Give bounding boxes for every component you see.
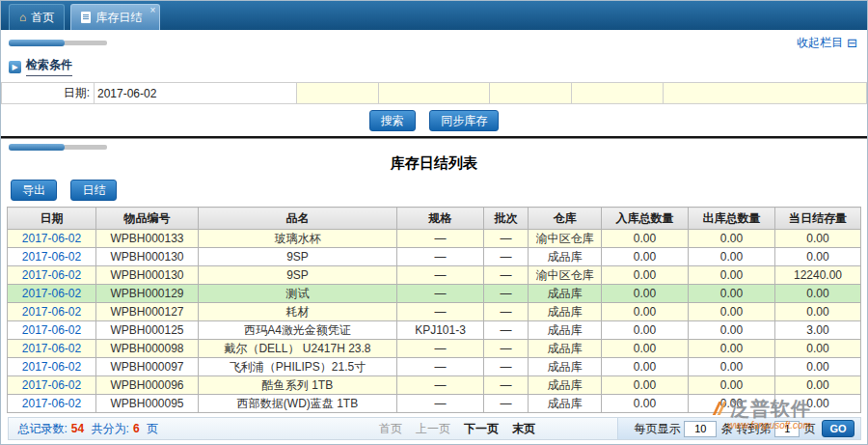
- date-link[interactable]: 2017-06-02: [22, 268, 81, 282]
- daily-settle-button[interactable]: 日结: [70, 180, 117, 201]
- table-cell: —: [397, 303, 484, 321]
- total-pages-value: 6: [133, 422, 140, 435]
- table-cell: WPBH000098: [96, 340, 199, 358]
- goto-page-input[interactable]: [774, 421, 800, 437]
- column-header: 品名: [199, 208, 397, 230]
- table-row: 2017-06-02WPBH000127耗材——成品库0.000.000.00: [8, 303, 861, 321]
- search-actions: 搜索 同步库存: [1, 104, 867, 136]
- date-link[interactable]: 2017-06-02: [22, 397, 81, 410]
- go-button[interactable]: GO: [822, 420, 854, 437]
- table-cell: WPBH000095: [96, 395, 199, 413]
- collapse-icon: ⊟: [847, 37, 857, 49]
- table-row: 2017-06-02WPBH000095西部数据(WD)蓝盘 1TB——成品库0…: [8, 395, 861, 413]
- inventory-table: 日期物品编号品名规格批次仓库入库总数量出库总数量当日结存量 2017-06-02…: [7, 207, 861, 413]
- table-cell: —: [397, 395, 484, 413]
- date-link[interactable]: 2017-06-02: [22, 378, 81, 392]
- scroll-thumb: [9, 40, 65, 46]
- table-cell: 0.00: [775, 376, 861, 395]
- table-cell: —: [397, 376, 484, 395]
- table-cell: 9SP: [199, 248, 397, 266]
- date-cell: 2017-06-02: [8, 266, 96, 285]
- scroll-indicator: [1, 139, 867, 151]
- record-summary: 总记录数:54 共分为:6 页: [9, 421, 298, 437]
- table-cell: 0.00: [689, 230, 775, 248]
- table-cell: 0.00: [602, 266, 689, 285]
- search-section-title: 检索条件: [26, 57, 72, 76]
- pagination-last[interactable]: 末页: [512, 421, 535, 437]
- date-label: 日期:: [2, 83, 95, 104]
- date-link[interactable]: 2017-06-02: [22, 323, 81, 337]
- table-cell: 成品库: [529, 285, 602, 303]
- pagination-prev[interactable]: 上一页: [416, 421, 450, 437]
- date-link[interactable]: 2017-06-02: [22, 342, 81, 355]
- table-cell: —: [484, 248, 529, 266]
- table-cell: 戴尔（DELL） U2417H 23.8: [199, 340, 397, 358]
- table-cell: 0.00: [689, 266, 775, 285]
- table-row: 2017-06-02WPBH000129测试——成品库0.000.000.00: [8, 285, 861, 303]
- home-icon: ⌂: [19, 12, 26, 23]
- tab-inventory-daily[interactable]: 库存日结 ×: [70, 4, 160, 30]
- table-cell: 西玛A4激光金额凭证: [199, 321, 397, 340]
- table-cell: 渝中区仓库: [529, 230, 602, 248]
- table-cell: 0.00: [602, 376, 689, 395]
- date-cell: 2017-06-02: [8, 303, 96, 321]
- date-cell: 2017-06-02: [8, 285, 96, 303]
- pagination-controls: 每页显示 条 转到第 页 GO: [617, 418, 860, 439]
- date-cell: 2017-06-02: [8, 376, 96, 395]
- section-arrow-icon: ▶: [9, 61, 21, 73]
- collapse-columns-label: 收起栏目: [797, 35, 843, 51]
- date-link[interactable]: 2017-06-02: [22, 287, 81, 300]
- sync-inventory-button[interactable]: 同步库存: [429, 110, 499, 131]
- form-empty-cell: [490, 83, 572, 104]
- scroll-indicator: [9, 40, 107, 46]
- table-cell: 0.00: [689, 285, 775, 303]
- table-cell: 0.00: [775, 358, 861, 376]
- list-title: 库存日结列表: [1, 151, 867, 178]
- date-link[interactable]: 2017-06-02: [22, 232, 81, 245]
- collapse-columns-link[interactable]: 收起栏目 ⊟: [797, 35, 857, 51]
- date-link[interactable]: 2017-06-02: [22, 305, 81, 319]
- table-cell: WPBH000129: [96, 285, 199, 303]
- table-cell: 0.00: [775, 285, 861, 303]
- table-cell: 耗材: [199, 303, 397, 321]
- table-header-row: 日期物品编号品名规格批次仓库入库总数量出库总数量当日结存量: [8, 208, 861, 230]
- table-cell: 0.00: [775, 340, 861, 358]
- table-cell: 成品库: [529, 248, 602, 266]
- table-cell: —: [397, 358, 484, 376]
- table-cell: 12240.00: [775, 266, 861, 285]
- table-cell: 0.00: [602, 248, 689, 266]
- table-cell: 0.00: [775, 303, 861, 321]
- table-cell: 成品库: [529, 321, 602, 340]
- close-icon[interactable]: ×: [149, 5, 155, 16]
- per-page-input[interactable]: [684, 421, 717, 437]
- date-cell: 2017-06-02: [8, 248, 96, 266]
- table-cell: 成品库: [529, 303, 602, 321]
- table-cell: —: [484, 321, 529, 340]
- table-cell: —: [484, 395, 529, 413]
- date-link[interactable]: 2017-06-02: [22, 360, 81, 374]
- tab-bar: ⌂ 首页 库存日结 ×: [1, 1, 867, 30]
- table-cell: —: [397, 266, 484, 285]
- date-input[interactable]: [97, 85, 293, 102]
- date-link[interactable]: 2017-06-02: [22, 250, 81, 264]
- tab-home[interactable]: ⌂ 首页: [9, 4, 65, 30]
- table-cell: 西部数据(WD)蓝盘 1TB: [199, 395, 397, 413]
- export-button[interactable]: 导出: [11, 180, 57, 201]
- table-cell: —: [484, 340, 529, 358]
- total-pages-unit: 页: [147, 422, 158, 435]
- pagination-first[interactable]: 首页: [379, 421, 402, 437]
- form-empty-cell: [572, 83, 664, 104]
- date-input-cell: [95, 83, 297, 104]
- date-cell: 2017-06-02: [8, 395, 96, 413]
- date-cell: 2017-06-02: [8, 321, 96, 340]
- table-cell: 0.00: [602, 358, 689, 376]
- top-row: 收起栏目 ⊟: [1, 32, 867, 51]
- table-cell: 0.00: [689, 340, 775, 358]
- table-cell: WPBH000125: [96, 321, 199, 340]
- table-row: 2017-06-02WPBH0001309SP——成品库0.000.000.00: [8, 248, 861, 266]
- pagination-next[interactable]: 下一页: [464, 421, 499, 437]
- column-header: 仓库: [529, 208, 602, 230]
- table-cell: —: [484, 303, 529, 321]
- search-button[interactable]: 搜索: [369, 110, 416, 131]
- pagination-links: 首页 上一页 下一页 末页: [298, 421, 617, 437]
